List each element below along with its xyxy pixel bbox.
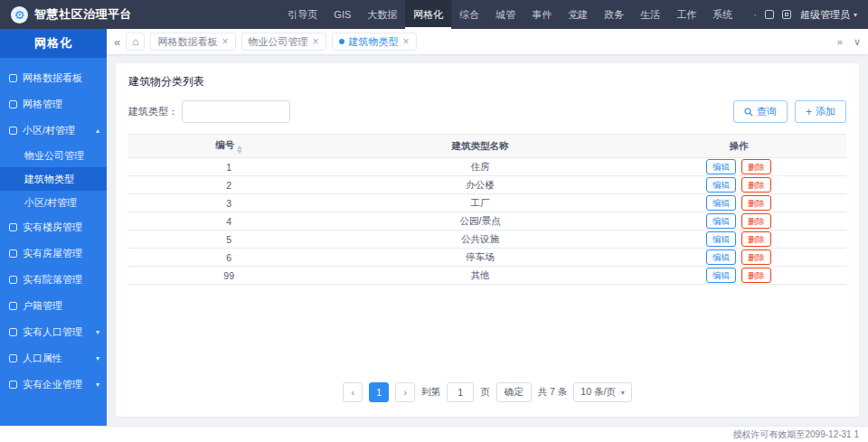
building-type-input[interactable]	[182, 100, 290, 123]
page-size-select[interactable]: 10 条/页 ▾	[573, 382, 632, 402]
sidebar-item-population-management[interactable]: 实有人口管理 ▾	[0, 319, 107, 345]
building-icon	[9, 223, 17, 231]
topnav-item-city-management[interactable]: 城管	[487, 0, 524, 29]
content-area: 建筑物分类列表 建筑类型： 查询	[107, 54, 868, 426]
edit-button[interactable]: 编辑	[706, 268, 736, 283]
sidebar-item-population-attributes[interactable]: 人口属性 ▾	[0, 345, 107, 371]
topnav-item-guide-page[interactable]: 引导页	[279, 0, 326, 29]
topnav-item-grid[interactable]: 网格化	[405, 0, 451, 29]
topnav-item-big-data[interactable]: 大数据	[359, 0, 405, 29]
tabs-menu-icon[interactable]: ∨	[854, 36, 861, 48]
close-icon[interactable]: ×	[313, 36, 319, 47]
prev-page-button[interactable]: ‹	[343, 382, 363, 402]
jump-confirm-button[interactable]: 确定	[496, 382, 532, 402]
pagination: ‹ 1 › 到第 页 确定 共 7 条 10 条/页 ▾	[128, 371, 846, 408]
topnav-item-party-building[interactable]: 党建	[560, 0, 596, 29]
sidebar-item-house-management[interactable]: 实有房屋管理	[0, 240, 107, 267]
window-icon[interactable]	[782, 10, 791, 19]
edit-button[interactable]: 编辑	[706, 231, 736, 247]
community-icon	[9, 127, 17, 135]
footer: 授权许可有效期至2099-12-31 1	[0, 426, 868, 442]
edit-button[interactable]: 编辑	[706, 159, 736, 174]
caret-down-icon: ▾	[96, 381, 99, 389]
tab-building-type[interactable]: 建筑物类型 ×	[332, 33, 417, 51]
close-icon[interactable]: ×	[222, 36, 228, 47]
sidebar-item-courtyard-management[interactable]: 实有院落管理	[0, 267, 107, 293]
sidebar: 网格化 网格数据看板 网格管理 小区/村管理 ▴ 物业公司管理 建筑物类型 小区…	[0, 29, 107, 426]
tab-grid-dashboard[interactable]: 网格数据看板 ×	[150, 33, 235, 51]
filter-row: 建筑类型： 查询 +	[128, 100, 846, 123]
sidebar-item-enterprise-management[interactable]: 实有企业管理 ▾	[0, 371, 107, 398]
fullscreen-icon[interactable]	[765, 10, 774, 19]
topnav-item-events[interactable]: 事件	[524, 0, 560, 29]
row-actions-cell: 编辑删除	[631, 176, 846, 194]
tab-label: 网格数据看板	[157, 35, 217, 49]
sidebar-item-grid-management[interactable]: 网格管理	[0, 91, 107, 118]
column-header-id: 编号	[128, 135, 329, 158]
tab-property-company[interactable]: 物业公司管理 ×	[241, 33, 326, 51]
row-id-cell: 3	[128, 194, 329, 212]
grid-icon	[9, 100, 17, 108]
sort-icon[interactable]	[237, 146, 242, 154]
topnav-item-system[interactable]: 系统	[704, 0, 741, 29]
sidebar-item-label: 实有房屋管理	[23, 247, 82, 260]
top-navbar: ⚙ 智慧社区治理平台 引导页 GIS 大数据 网格化 综合 城管 事件 党建 政…	[0, 0, 868, 29]
topnav-item-government[interactable]: 政务	[596, 0, 632, 29]
add-button-label: 添加	[816, 105, 835, 118]
chevron-down-icon: ▾	[621, 389, 625, 397]
column-header-actions: 操作	[631, 135, 846, 158]
sidebar-menu: 网格数据看板 网格管理 小区/村管理 ▴ 物业公司管理 建筑物类型 小区/村管理…	[0, 58, 107, 398]
list-title: 建筑物分类列表	[128, 74, 846, 89]
sidebar-subitem-community-village[interactable]: 小区/村管理	[0, 191, 107, 214]
edit-button[interactable]: 编辑	[706, 249, 736, 265]
home-icon: ⌂	[132, 35, 138, 48]
close-icon[interactable]: ×	[403, 36, 410, 47]
delete-button[interactable]: 删除	[741, 213, 771, 229]
sidebar-item-building-management[interactable]: 实有楼房管理	[0, 214, 107, 240]
delete-button[interactable]: 删除	[741, 249, 771, 265]
search-button[interactable]: 查询	[733, 100, 788, 123]
sidebar-item-community-village[interactable]: 小区/村管理 ▴	[0, 118, 107, 144]
edit-button[interactable]: 编辑	[706, 213, 736, 229]
delete-button[interactable]: 删除	[741, 177, 771, 193]
row-name-cell: 公共设施	[329, 230, 630, 249]
column-header-label: 编号	[215, 139, 234, 150]
sidebar-item-label: 户籍管理	[23, 299, 62, 313]
row-name-cell: 公园/景点	[329, 212, 630, 230]
scroll-tabs-left-icon[interactable]: «	[114, 36, 120, 48]
next-page-button[interactable]: ›	[395, 382, 415, 402]
household-icon	[9, 302, 17, 310]
edit-button[interactable]: 编辑	[706, 195, 736, 211]
delete-button[interactable]: 删除	[741, 159, 771, 174]
table-row: 2 办公楼 编辑删除	[128, 176, 846, 194]
table-row: 4 公园/景点 编辑删除	[128, 212, 846, 230]
sidebar-subitem-property-company[interactable]: 物业公司管理	[0, 144, 107, 167]
add-button[interactable]: + 添加	[795, 100, 846, 123]
table-row: 6 停车场 编辑删除	[128, 249, 846, 267]
delete-button[interactable]: 删除	[741, 231, 771, 247]
edit-button[interactable]: 编辑	[706, 177, 736, 193]
page-1-button[interactable]: 1	[369, 382, 389, 402]
topnav-item-life[interactable]: 生活	[632, 0, 668, 29]
sidebar-item-label: 网格数据看板	[23, 71, 82, 85]
delete-button[interactable]: 删除	[741, 268, 771, 283]
tab-bar: « ⌂ 网格数据看板 × 物业公司管理 × 建筑物类型 ×	[107, 29, 868, 54]
sidebar-subitem-building-type[interactable]: 建筑物类型	[0, 167, 107, 191]
dot-icon: ·	[753, 10, 757, 19]
row-id-cell: 2	[128, 176, 329, 194]
home-tab[interactable]: ⌂	[126, 33, 145, 51]
jump-page-input[interactable]	[447, 382, 474, 402]
search-icon	[744, 108, 753, 117]
population-icon	[9, 328, 17, 336]
delete-button[interactable]: 删除	[741, 195, 771, 211]
user-menu[interactable]: 超级管理员 ▾	[800, 8, 857, 22]
topnav-menu: 引导页 GIS 大数据 网格化 综合 城管 事件 党建 政务 生活 工作 系统	[279, 0, 741, 29]
sidebar-item-household-management[interactable]: 户籍管理	[0, 293, 107, 319]
topnav-item-gis[interactable]: GIS	[326, 0, 359, 29]
sidebar-item-label: 网格管理	[23, 98, 62, 111]
sidebar-item-grid-dashboard[interactable]: 网格数据看板	[0, 65, 107, 91]
topnav-item-comprehensive[interactable]: 综合	[451, 0, 487, 29]
scroll-tabs-right-icon[interactable]: »	[837, 36, 843, 47]
topnav-item-work[interactable]: 工作	[668, 0, 704, 29]
app-window: ⚙ 智慧社区治理平台 引导页 GIS 大数据 网格化 综合 城管 事件 党建 政…	[0, 0, 868, 442]
